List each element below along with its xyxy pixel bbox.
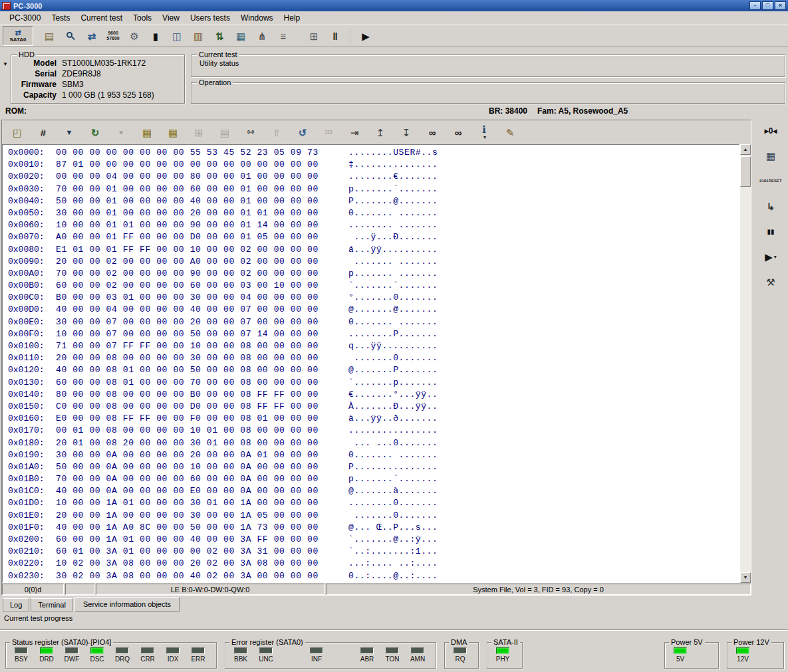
hex-ascii[interactable]: `.......@..:ÿ... <box>348 534 438 544</box>
menu-pc-3000[interactable]: PC-3000 <box>4 12 46 24</box>
hex-address[interactable]: 0x0090: <box>8 257 56 267</box>
hex-ascii[interactable]: ... ...0....... <box>348 438 438 448</box>
hex-row-0x0080[interactable]: 0x0080:E1 01 00 01 FF FF 00 00 10 00 00 … <box>8 245 739 257</box>
hex-bytes[interactable]: 60 00 00 08 01 00 00 00 70 00 00 08 00 0… <box>56 378 348 388</box>
sector-grid-icon[interactable]: ▦ <box>230 27 251 45</box>
hex-ascii[interactable]: 0....... ....... <box>348 208 438 218</box>
prev-object-icon[interactable]: ↥ <box>370 124 390 141</box>
byte-order-icon[interactable]: 0-0 <box>241 124 261 141</box>
hex-ascii[interactable]: @.......@....... <box>348 304 438 314</box>
maximize-button[interactable]: □ <box>762 1 773 10</box>
chip-window-icon[interactable]: ▦ <box>759 146 782 166</box>
hex-address[interactable]: 0x01D0: <box>8 498 56 508</box>
hex-bytes[interactable]: 30 00 00 07 00 00 00 00 20 00 00 07 00 0… <box>56 317 348 327</box>
hex-bytes[interactable]: 10 02 00 3A 08 00 00 00 20 02 00 3A 08 0… <box>56 558 348 568</box>
hex-row-0x0220[interactable]: 0x0220:10 02 00 3A 08 00 00 00 20 02 00 … <box>8 558 739 570</box>
hex-ascii[interactable]: ........P....... <box>348 329 438 339</box>
hex-ascii[interactable]: ...:.... ..:.... <box>348 558 438 568</box>
hex-ascii[interactable]: à...ÿÿ..ð....... <box>348 413 438 423</box>
start-dropdown-icon-dropdown[interactable]: ▾ <box>774 254 777 260</box>
hex-ascii[interactable]: ........0....... <box>348 498 438 508</box>
hex-bytes[interactable]: 80 00 00 08 00 00 00 00 B0 00 00 08 FF F… <box>56 390 348 399</box>
hex-row-0x01C0[interactable]: 0x01C0:40 00 00 0A 00 00 00 00 E0 00 00 … <box>8 486 739 498</box>
hex-bytes[interactable]: 50 00 00 0A 00 00 00 00 10 00 00 0A 00 0… <box>56 462 348 472</box>
hex-ascii[interactable]: `.......`....... <box>348 280 438 290</box>
hex-ascii[interactable]: À.......Ð...ÿÿ.. <box>348 401 438 411</box>
hex-row-0x0180[interactable]: 0x0180:20 01 00 08 20 00 00 00 30 01 00 … <box>8 438 739 450</box>
hex-address[interactable]: 0x0120: <box>8 365 56 375</box>
connector-icon[interactable]: ↳ <box>759 197 782 216</box>
hex-row-0x0030[interactable]: 0x0030:70 00 00 01 00 00 00 00 60 00 00 … <box>8 184 739 196</box>
hex-ascii[interactable]: °.......0....... <box>348 292 438 302</box>
hex-row-0x0000[interactable]: 0x0000:00 00 00 00 00 00 00 00 55 53 45 … <box>8 148 739 160</box>
export-window-icon[interactable]: ◫ <box>166 27 188 45</box>
hex-row-0x0230[interactable]: 0x0230:30 02 00 3A 08 00 00 00 40 02 00 … <box>8 571 739 583</box>
hex-row-0x00B0[interactable]: 0x00B0:60 00 00 02 00 00 00 00 60 00 00 … <box>8 280 739 292</box>
refresh-options-icon[interactable]: ↻ <box>85 124 105 141</box>
hex-address[interactable]: 0x0020: <box>8 171 56 181</box>
hex-bytes[interactable]: 10 00 00 1A 01 00 00 00 30 01 00 1A 00 0… <box>56 498 348 508</box>
save-all-icon[interactable]: ▦ <box>163 124 183 141</box>
hex-ascii[interactable]: ........€....... <box>348 171 438 181</box>
hex-address[interactable]: 0x01E0: <box>8 510 56 520</box>
hex-bytes[interactable]: 10 00 00 01 01 00 00 00 90 00 00 01 14 0… <box>56 220 348 230</box>
hex-bytes[interactable]: 60 00 00 1A 01 00 00 00 40 00 00 3A FF 0… <box>56 534 348 544</box>
menu-windows[interactable]: Windows <box>235 12 279 24</box>
hex-bytes[interactable]: 30 00 00 01 00 00 00 00 20 00 00 01 01 0… <box>56 208 348 218</box>
chip-icon[interactable]: ▮ <box>145 27 166 45</box>
hex-address[interactable]: 0x0150: <box>8 401 56 411</box>
hex-row-0x0200[interactable]: 0x0200:60 00 00 1A 01 00 00 00 40 00 00 … <box>8 534 739 546</box>
exchange-icon[interactable]: ⇄ <box>81 27 102 45</box>
minimize-button[interactable]: - <box>749 1 761 10</box>
hex-address[interactable]: 0x01B0: <box>8 474 56 484</box>
hex-address[interactable]: 0x0160: <box>8 413 56 423</box>
copy-pages-icon[interactable]: ⊞ <box>303 27 325 45</box>
hex-row-0x0090[interactable]: 0x0090:20 00 00 02 00 00 00 00 A0 00 00 … <box>8 257 739 269</box>
hex-bytes[interactable]: 50 00 00 01 00 00 00 00 40 00 00 01 00 0… <box>56 196 348 206</box>
tab-service-information-objects[interactable]: Service information objects <box>74 597 180 612</box>
hex-address[interactable]: 0x0200: <box>8 534 56 544</box>
hex-row-0x0140[interactable]: 0x0140:80 00 00 08 00 00 00 00 B0 00 00 … <box>8 390 739 401</box>
hex-row-0x0190[interactable]: 0x0190:30 00 00 0A 00 00 00 00 20 00 00 … <box>8 450 739 462</box>
hex-bytes[interactable]: 40 00 00 08 01 00 00 00 50 00 00 08 00 0… <box>56 365 348 375</box>
hex-row-0x00C0[interactable]: 0x00C0:B0 00 00 03 01 00 00 00 30 00 00 … <box>8 292 739 304</box>
hex-ascii[interactable]: p....... ....... <box>348 269 438 279</box>
database-icon[interactable]: ‖ <box>325 27 346 45</box>
scrollbar-thumb[interactable] <box>740 156 751 187</box>
hex-ascii[interactable]: 0....... ....... <box>348 317 438 327</box>
hex-row-0x0130[interactable]: 0x0130:60 00 00 08 01 00 00 00 70 00 00 … <box>8 378 739 390</box>
tab-log[interactable]: Log <box>3 598 29 612</box>
hex-ascii[interactable]: @.......P....... <box>348 365 438 375</box>
hex-address[interactable]: 0x00F0: <box>8 329 56 339</box>
hex-bytes[interactable]: B0 00 00 03 01 00 00 00 30 00 00 04 00 0… <box>56 292 348 302</box>
start-dropdown-icon[interactable]: ▶▾ <box>759 247 782 267</box>
hex-ascii[interactable]: `..:.......:1... <box>348 546 438 556</box>
hex-ascii[interactable]: ........ ....... <box>348 220 438 230</box>
hex-row-0x0010[interactable]: 0x0010:87 01 00 00 00 00 00 00 00 00 00 … <box>8 160 739 171</box>
hex-row-0x0070[interactable]: 0x0070:A0 00 00 01 FF 00 00 00 D0 00 00 … <box>8 232 739 244</box>
hex-row-0x0160[interactable]: 0x0160:E0 00 00 08 FF FF 00 00 F0 00 00 … <box>8 413 739 425</box>
hex-row-0x0210[interactable]: 0x0210:60 01 00 3A 01 00 00 00 00 02 00 … <box>8 546 739 558</box>
filter-down-icon[interactable]: ▼ <box>59 124 79 141</box>
hex-address[interactable]: 0x00C0: <box>8 292 56 302</box>
hex-bytes[interactable]: 30 02 00 3A 08 00 00 00 40 02 00 3A 00 0… <box>56 571 348 581</box>
hex-address[interactable]: 0x0220: <box>8 558 56 568</box>
menu-users-tests[interactable]: Users tests <box>185 12 235 24</box>
hex-ascii[interactable]: P............... <box>348 462 438 472</box>
hex-bytes[interactable]: 30 00 00 0A 00 00 00 00 20 00 00 0A 01 0… <box>56 450 348 460</box>
hex-row-0x00D0[interactable]: 0x00D0:40 00 00 04 00 00 00 00 40 00 00 … <box>8 304 739 316</box>
script-icon[interactable]: ▤ <box>39 27 60 45</box>
hex-rows[interactable]: 0x0000:00 00 00 00 00 00 00 00 55 53 45 … <box>2 144 739 583</box>
object-info-icon-dropdown[interactable]: ▾ <box>483 134 486 140</box>
hex-ascii[interactable]: ‡............... <box>348 160 438 169</box>
hex-ascii[interactable]: ....... ....... <box>348 257 438 267</box>
hex-row-0x0110[interactable]: 0x0110:20 00 00 08 00 00 00 00 30 00 00 … <box>8 353 739 365</box>
hex-address[interactable]: 0x0040: <box>8 196 56 206</box>
hex-row-0x01B0[interactable]: 0x01B0:70 00 00 0A 00 00 00 00 60 00 00 … <box>8 474 739 486</box>
merge-icon[interactable]: ⇅ <box>209 27 230 45</box>
search-binoculars-icon[interactable]: ∞ <box>422 124 442 141</box>
port-select-arrow[interactable]: ▼ <box>3 61 8 67</box>
hex-bytes[interactable]: 20 00 00 02 00 00 00 00 A0 00 00 02 00 0… <box>56 257 348 267</box>
hex-ascii[interactable]: `.......p....... <box>348 378 438 388</box>
hex-ascii[interactable]: @... Œ..P...s... <box>348 522 438 532</box>
